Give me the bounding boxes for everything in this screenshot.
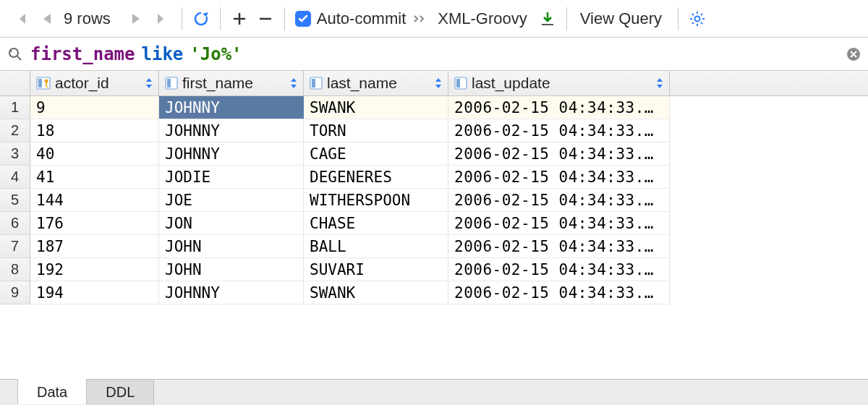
cell-last_name[interactable]: DEGENERES bbox=[304, 166, 448, 189]
column-icon bbox=[310, 77, 323, 90]
auto-commit-label: Auto-commit bbox=[317, 9, 409, 28]
table-row[interactable]: 218JOHNNYTORN2006-02-15 04:34:33.… bbox=[0, 119, 868, 142]
cell-last_update[interactable]: 2006-02-15 04:34:33.… bbox=[448, 166, 670, 189]
cell-first_name[interactable]: JOHN bbox=[159, 258, 304, 281]
row-number[interactable]: 9 bbox=[0, 281, 30, 304]
separator bbox=[284, 7, 285, 30]
cell-actor_id[interactable]: 40 bbox=[30, 142, 159, 166]
column-icon bbox=[165, 77, 178, 90]
row-number[interactable]: 4 bbox=[0, 166, 30, 189]
cell-first_name[interactable]: JOHNNY bbox=[159, 96, 304, 119]
table-row[interactable]: 9194JOHNNYSWANK2006-02-15 04:34:33.… bbox=[0, 281, 868, 304]
add-row-button[interactable] bbox=[226, 6, 252, 32]
search-icon bbox=[7, 46, 23, 62]
cell-last_name[interactable]: SWANK bbox=[304, 96, 448, 119]
sort-icon[interactable] bbox=[435, 78, 442, 88]
table-row[interactable]: 5144JOEWITHERSPOON2006-02-15 04:34:33.… bbox=[0, 189, 868, 212]
column-label: last_name bbox=[327, 74, 397, 92]
cell-first_name[interactable]: JOE bbox=[159, 189, 304, 212]
row-number-header[interactable] bbox=[0, 71, 30, 95]
filter-bar[interactable]: first_name like 'Jo%' bbox=[0, 38, 868, 71]
cell-last_name[interactable]: SWANK bbox=[304, 281, 448, 304]
cell-last_update[interactable]: 2006-02-15 04:34:33.… bbox=[448, 119, 670, 142]
svg-rect-11 bbox=[456, 79, 460, 88]
tab-data[interactable]: Data bbox=[17, 379, 87, 404]
column-header-actor-id[interactable]: actor_id bbox=[30, 71, 159, 95]
view-query-button[interactable]: View Query bbox=[573, 9, 672, 28]
cell-last_name[interactable]: BALL bbox=[304, 235, 448, 258]
filter-value: 'Jo%' bbox=[190, 44, 242, 64]
toolbar: 9 rows Auto-commit XML-Groovy View Query bbox=[0, 0, 868, 38]
table-row[interactable]: 19JOHNNYSWANK2006-02-15 04:34:33.… bbox=[0, 96, 868, 119]
column-header-row: actor_id first_name last_name bbox=[0, 71, 868, 96]
first-page-button[interactable] bbox=[7, 6, 33, 32]
last-page-button[interactable] bbox=[150, 6, 176, 32]
export-button[interactable] bbox=[535, 6, 561, 32]
filter-operator: like bbox=[142, 44, 184, 64]
cell-last_name[interactable]: CAGE bbox=[304, 142, 448, 166]
separator bbox=[678, 7, 678, 30]
expand-toolbar-button[interactable] bbox=[409, 6, 430, 32]
cell-actor_id[interactable]: 18 bbox=[30, 119, 159, 142]
row-number[interactable]: 1 bbox=[0, 96, 30, 119]
column-header-first-name[interactable]: first_name bbox=[159, 71, 304, 95]
cell-actor_id[interactable]: 192 bbox=[30, 258, 159, 281]
cell-last_update[interactable]: 2006-02-15 04:34:33.… bbox=[448, 235, 670, 258]
remove-row-button[interactable] bbox=[252, 6, 278, 32]
next-page-button[interactable] bbox=[124, 6, 150, 32]
cell-last_update[interactable]: 2006-02-15 04:34:33.… bbox=[448, 96, 670, 119]
cell-first_name[interactable]: JOHN bbox=[159, 235, 304, 258]
cell-first_name[interactable]: JON bbox=[159, 212, 304, 235]
prev-page-button[interactable] bbox=[33, 6, 59, 32]
column-header-last-name[interactable]: last_name bbox=[304, 71, 448, 95]
cell-actor_id[interactable]: 187 bbox=[30, 235, 159, 258]
cell-first_name[interactable]: JOHNNY bbox=[159, 281, 304, 304]
cell-actor_id[interactable]: 41 bbox=[30, 166, 159, 189]
svg-point-0 bbox=[695, 16, 700, 21]
settings-button[interactable] bbox=[684, 6, 710, 32]
result-grid: actor_id first_name last_name bbox=[0, 71, 868, 304]
cell-last_update[interactable]: 2006-02-15 04:34:33.… bbox=[448, 142, 670, 166]
cell-first_name[interactable]: JOHNNY bbox=[159, 119, 304, 142]
table-row[interactable]: 7187JOHNBALL2006-02-15 04:34:33.… bbox=[0, 235, 868, 258]
clear-filter-button[interactable] bbox=[846, 47, 861, 61]
sort-icon[interactable] bbox=[145, 78, 153, 88]
export-format-selector[interactable]: XML-Groovy bbox=[430, 9, 534, 28]
auto-commit-checkbox[interactable] bbox=[295, 11, 311, 27]
cell-last_update[interactable]: 2006-02-15 04:34:33.… bbox=[448, 281, 670, 304]
separator bbox=[566, 7, 567, 30]
row-number[interactable]: 3 bbox=[0, 142, 30, 166]
separator bbox=[182, 7, 182, 30]
row-number[interactable]: 5 bbox=[0, 189, 30, 212]
table-row[interactable]: 441JODIEDEGENERES2006-02-15 04:34:33.… bbox=[0, 166, 868, 189]
column-label: actor_id bbox=[55, 74, 109, 92]
table-row[interactable]: 340JOHNNYCAGE2006-02-15 04:34:33.… bbox=[0, 142, 868, 166]
cell-last_name[interactable]: WITHERSPOON bbox=[304, 189, 448, 212]
sort-icon[interactable] bbox=[290, 78, 297, 88]
row-number[interactable]: 6 bbox=[0, 212, 30, 235]
reload-button[interactable] bbox=[188, 6, 214, 32]
cell-first_name[interactable]: JOHNNY bbox=[159, 142, 304, 166]
cell-actor_id[interactable]: 176 bbox=[30, 212, 159, 235]
row-number[interactable]: 7 bbox=[0, 235, 30, 258]
cell-last_update[interactable]: 2006-02-15 04:34:33.… bbox=[448, 258, 670, 281]
cell-last_name[interactable]: TORN bbox=[304, 119, 448, 142]
row-number[interactable]: 8 bbox=[0, 258, 30, 281]
bottom-tabs: Data DDL bbox=[0, 379, 868, 405]
table-row[interactable]: 8192JOHNSUVARI2006-02-15 04:34:33.… bbox=[0, 258, 868, 281]
cell-last_name[interactable]: CHASE bbox=[304, 212, 448, 235]
cell-first_name[interactable]: JODIE bbox=[159, 166, 304, 189]
cell-last_name[interactable]: SUVARI bbox=[304, 258, 448, 281]
column-header-last-update[interactable]: last_update bbox=[448, 71, 670, 95]
cell-last_update[interactable]: 2006-02-15 04:34:33.… bbox=[448, 212, 670, 235]
cell-actor_id[interactable]: 9 bbox=[30, 96, 159, 119]
table-row[interactable]: 6176JONCHASE2006-02-15 04:34:33.… bbox=[0, 212, 868, 235]
separator bbox=[220, 7, 221, 30]
cell-actor_id[interactable]: 194 bbox=[30, 281, 159, 304]
row-number[interactable]: 2 bbox=[0, 119, 30, 142]
sort-icon[interactable] bbox=[656, 78, 663, 88]
cell-last_update[interactable]: 2006-02-15 04:34:33.… bbox=[448, 189, 670, 212]
cell-actor_id[interactable]: 144 bbox=[30, 189, 159, 212]
tab-ddl[interactable]: DDL bbox=[87, 380, 154, 405]
column-label: first_name bbox=[182, 74, 253, 92]
